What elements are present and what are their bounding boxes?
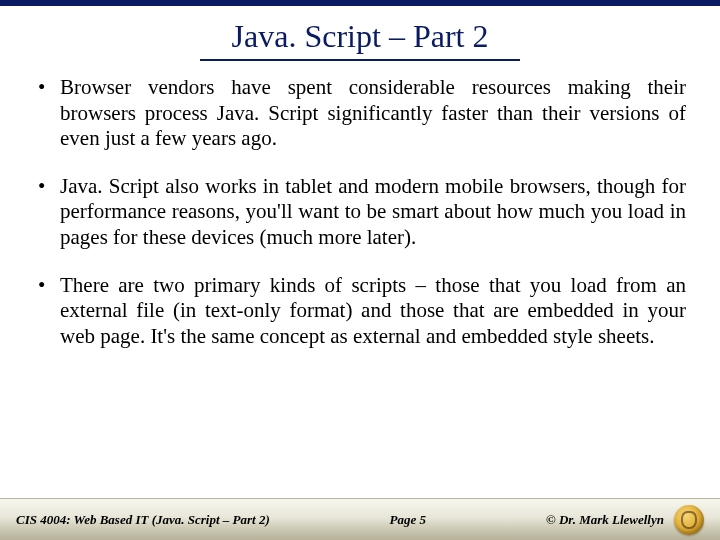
bullet-item: Browser vendors have spent considerable … xyxy=(34,75,686,152)
slide-content: Browser vendors have spent considerable … xyxy=(0,75,720,349)
footer-page: Page 5 xyxy=(270,512,546,528)
footer-course: CIS 4004: Web Based IT (Java. Script – P… xyxy=(16,512,270,528)
title-underline xyxy=(200,59,520,61)
footer-author-block: © Dr. Mark Llewellyn xyxy=(546,505,704,535)
footer-author: © Dr. Mark Llewellyn xyxy=(546,512,664,528)
bullet-list: Browser vendors have spent considerable … xyxy=(34,75,686,349)
slide-title: Java. Script – Part 2 xyxy=(0,18,720,55)
university-seal-icon xyxy=(674,505,704,535)
bullet-item: There are two primary kinds of scripts –… xyxy=(34,273,686,350)
bullet-item: Java. Script also works in tablet and mo… xyxy=(34,174,686,251)
footer-bar: CIS 4004: Web Based IT (Java. Script – P… xyxy=(0,498,720,540)
slide: Java. Script – Part 2 Browser vendors ha… xyxy=(0,0,720,540)
